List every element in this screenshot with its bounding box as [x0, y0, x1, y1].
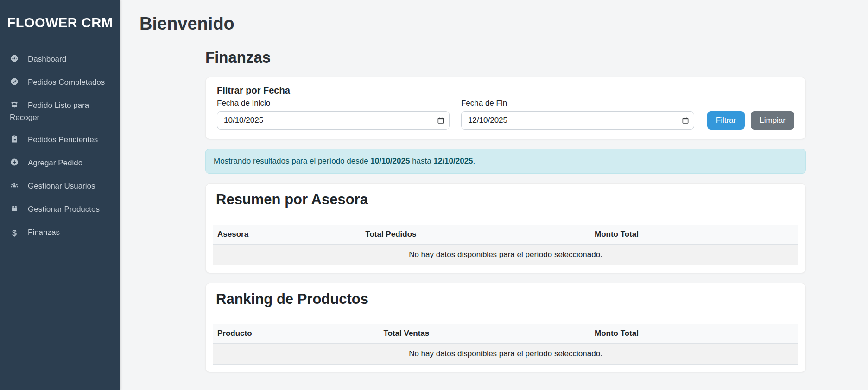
- check-circle-icon: [10, 77, 19, 89]
- table-header-row: Producto Total Ventas Monto Total: [213, 324, 798, 344]
- advisor-summary-body: Asesora Total Pedidos Monto Total No hay…: [206, 217, 805, 273]
- start-date-field: Fecha de Inicio: [217, 97, 450, 130]
- dollar-icon: $: [10, 227, 19, 239]
- advisor-summary-card: Resumen por Asesora Asesora Total Pedido…: [205, 183, 806, 273]
- sidebar-item-label: Gestionar Productos: [28, 205, 100, 214]
- sidebar-item-pedido-listo-para-recoger[interactable]: Pedido Listo para Recoger: [0, 94, 120, 129]
- app-brand: FLOOWER CRM: [0, 0, 120, 31]
- users-icon: [10, 181, 19, 193]
- sidebar-item-label: Dashboard: [28, 55, 66, 63]
- product-ranking-body: Producto Total Ventas Monto Total No hay…: [206, 316, 805, 372]
- start-date-label: Fecha de Inicio: [217, 99, 450, 108]
- sidebar: FLOOWER CRM Dashboard Pedidos Completado…: [0, 0, 120, 390]
- calendar-icon[interactable]: [682, 117, 689, 124]
- sidebar-item-gestionar-usuarios[interactable]: Gestionar Usuarios: [0, 175, 120, 198]
- product-ranking-card: Ranking de Productos Producto Total Vent…: [205, 283, 806, 372]
- no-data-message: No hay datos disponibles para el período…: [213, 244, 798, 265]
- welcome-title: Bienvenido: [120, 0, 868, 34]
- advisor-summary-table: Asesora Total Pedidos Monto Total No hay…: [213, 225, 798, 265]
- sidebar-nav: Dashboard Pedidos Completados Pedido Lis…: [0, 48, 120, 244]
- column-header-total-ventas: Total Ventas: [379, 324, 590, 344]
- filtrar-button[interactable]: Filtrar: [707, 111, 745, 130]
- product-ranking-header: Ranking de Productos: [206, 283, 805, 316]
- sidebar-item-label: Gestionar Usuarios: [28, 182, 95, 190]
- finanzas-container: Finanzas Filtrar por Fecha Fecha de Inic…: [205, 34, 806, 372]
- sidebar-item-label: Pedidos Pendientes: [28, 135, 98, 144]
- sidebar-item-pedidos-pendientes[interactable]: Pedidos Pendientes: [0, 129, 120, 152]
- product-ranking-title: Ranking de Productos: [216, 290, 795, 308]
- plus-circle-icon: [10, 158, 19, 170]
- end-date-label: Fecha de Fin: [461, 99, 694, 108]
- start-date-wrap: [217, 111, 450, 130]
- end-date-wrap: [461, 111, 694, 130]
- advisor-summary-header: Resumen por Asesora: [206, 184, 805, 217]
- clipboard-list-icon: [10, 135, 19, 146]
- box-open-icon: [10, 101, 19, 112]
- sidebar-item-gestionar-productos[interactable]: Gestionar Productos: [0, 198, 120, 221]
- empty-table-row: No hay datos disponibles para el período…: [213, 244, 798, 265]
- table-header-row: Asesora Total Pedidos Monto Total: [213, 225, 798, 245]
- end-date-field: Fecha de Fin: [461, 97, 694, 130]
- results-period-alert: Mostrando resultados para el período des…: [205, 149, 806, 174]
- main-content: Bienvenido Finanzas Filtrar por Fecha Fe…: [120, 0, 868, 390]
- alert-middle: hasta: [410, 157, 433, 165]
- alert-start-date: 10/10/2025: [370, 157, 410, 165]
- limpiar-button[interactable]: Limpiar: [751, 111, 794, 130]
- gauge-icon: [10, 54, 19, 66]
- empty-table-row: No hay datos disponibles para el período…: [213, 343, 798, 364]
- calendar-icon[interactable]: [437, 117, 444, 124]
- sidebar-item-label: Finanzas: [28, 228, 60, 237]
- column-header-total-pedidos: Total Pedidos: [361, 225, 590, 245]
- end-date-input[interactable]: [461, 111, 694, 130]
- column-header-monto-total: Monto Total: [590, 324, 798, 344]
- page-title: Finanzas: [205, 34, 806, 67]
- sidebar-item-agregar-pedido[interactable]: Agregar Pedido: [0, 152, 120, 175]
- sidebar-item-label: Pedidos Completados: [28, 78, 105, 87]
- sidebar-item-finanzas[interactable]: $Finanzas: [0, 221, 120, 244]
- filter-title: Filtrar por Fecha: [217, 85, 794, 96]
- alert-end-date: 12/10/2025: [433, 157, 473, 165]
- sidebar-item-pedidos-completados[interactable]: Pedidos Completados: [0, 71, 120, 94]
- date-filter-card: Filtrar por Fecha Fecha de Inicio Fecha …: [205, 77, 806, 139]
- no-data-message: No hay datos disponibles para el período…: [213, 343, 798, 364]
- filter-buttons: Filtrar Limpiar: [707, 111, 794, 130]
- alert-suffix: .: [473, 157, 475, 165]
- start-date-input[interactable]: [217, 111, 450, 130]
- alert-prefix: Mostrando resultados para el período des…: [214, 157, 370, 165]
- advisor-summary-title: Resumen por Asesora: [216, 190, 795, 209]
- column-header-asesora: Asesora: [213, 225, 361, 245]
- sidebar-item-label: Agregar Pedido: [28, 158, 82, 167]
- column-header-monto-total: Monto Total: [590, 225, 798, 245]
- product-ranking-table: Producto Total Ventas Monto Total No hay…: [213, 324, 798, 365]
- box-icon: [10, 204, 19, 216]
- sidebar-item-label: Pedido Listo para Recoger: [10, 101, 89, 122]
- filter-row: Fecha de Inicio Fecha de Fin: [217, 97, 794, 130]
- sidebar-item-dashboard[interactable]: Dashboard: [0, 48, 120, 71]
- column-header-producto: Producto: [213, 324, 379, 344]
